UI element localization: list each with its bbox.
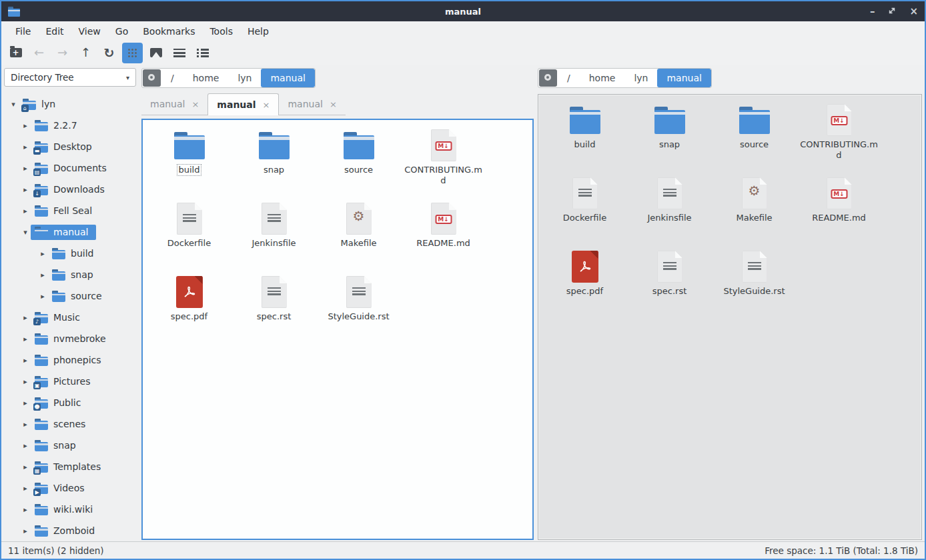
crumb-manual[interactable]: manual: [657, 69, 711, 87]
expander-closed-icon[interactable]: ▸: [20, 143, 31, 151]
file-spec-rst[interactable]: spec.rst: [232, 272, 316, 345]
tree-item-scenes[interactable]: ▸scenes: [3, 413, 137, 435]
file-dockerfile[interactable]: Dockerfile: [542, 173, 627, 247]
expander-closed-icon[interactable]: ▸: [37, 249, 48, 258]
expander-open-icon[interactable]: ▾: [8, 100, 19, 109]
tab-close-icon[interactable]: ×: [191, 99, 199, 109]
tab-close-icon[interactable]: ×: [330, 99, 337, 109]
tree-item-nvmebroke[interactable]: ▸nvmebroke: [3, 328, 137, 349]
file-build[interactable]: build: [542, 100, 627, 173]
crumb-lyn[interactable]: lyn: [624, 69, 657, 87]
tree-item-videos[interactable]: ▸▶Videos: [3, 477, 137, 499]
tree-item-snap[interactable]: ▸snap: [3, 435, 137, 456]
tree-item-templates[interactable]: ▸▦Templates: [3, 456, 137, 477]
tab-manual-3[interactable]: manual×: [279, 93, 345, 115]
left-file-view[interactable]: buildsnapsourceM↓CONTRIBUTING.mdDockerfi…: [141, 119, 534, 540]
minimize-button[interactable]: –: [870, 7, 875, 17]
tab-close-icon[interactable]: ×: [263, 100, 270, 110]
menu-view[interactable]: View: [71, 23, 108, 39]
crumb-manual[interactable]: manual: [261, 69, 314, 87]
file-spec-pdf[interactable]: spec.pdf: [147, 272, 232, 345]
tab-manual-1[interactable]: manual×: [141, 93, 207, 115]
tab-manual-2[interactable]: manual×: [207, 93, 279, 115]
back-button[interactable]: ←: [29, 43, 49, 63]
expander-closed-icon[interactable]: ▸: [20, 335, 31, 343]
file-contributing-md[interactable]: M↓CONTRIBUTING.md: [401, 125, 486, 199]
tree-item-manual[interactable]: ▾manual: [3, 221, 137, 243]
edit-path-button[interactable]: [143, 69, 161, 87]
tree-item-desktop[interactable]: ▸▬Desktop: [3, 136, 137, 157]
expander-closed-icon[interactable]: ▸: [20, 420, 31, 429]
restore-button[interactable]: [888, 7, 896, 17]
menu-help[interactable]: Help: [240, 23, 276, 39]
menu-file[interactable]: File: [8, 23, 38, 39]
menu-go[interactable]: Go: [108, 23, 135, 39]
expander-closed-icon[interactable]: ▸: [20, 441, 31, 450]
icon-view-button[interactable]: [122, 43, 143, 63]
tree-item-build[interactable]: ▸build: [3, 243, 137, 264]
tree-item-public[interactable]: ▸☻Public: [3, 392, 137, 413]
file-makefile[interactable]: ⚙Makefile: [316, 199, 401, 272]
tree-item-downloads[interactable]: ▸↓Downloads: [3, 179, 137, 200]
file-build[interactable]: build: [147, 125, 232, 199]
crumb--[interactable]: /: [161, 69, 183, 87]
tree-item-snap[interactable]: ▸snap: [3, 264, 137, 285]
file-spec-pdf[interactable]: spec.pdf: [542, 247, 627, 320]
detailed-list-button[interactable]: [192, 43, 213, 63]
file-jenkinsfile[interactable]: Jenkinsfile: [232, 199, 316, 272]
expander-closed-icon[interactable]: ▸: [20, 185, 31, 194]
expander-closed-icon[interactable]: ▸: [20, 164, 31, 173]
edit-path-button[interactable]: [539, 69, 557, 87]
reload-button[interactable]: ↻: [99, 43, 119, 63]
file-readme-md[interactable]: M↓README.md: [797, 173, 881, 247]
expander-closed-icon[interactable]: ▸: [20, 484, 31, 493]
file-readme-md[interactable]: M↓README.md: [401, 199, 486, 272]
tree-item-wiki-wiki[interactable]: ▸wiki.wiki: [3, 499, 137, 520]
expander-closed-icon[interactable]: ▸: [20, 527, 31, 535]
tree-item-documents[interactable]: ▸▤Documents: [3, 157, 137, 179]
forward-button[interactable]: →: [52, 43, 73, 63]
file-snap[interactable]: snap: [232, 125, 316, 199]
crumb-lyn[interactable]: lyn: [228, 69, 261, 87]
new-tab-button[interactable]: [5, 43, 26, 63]
expander-closed-icon[interactable]: ▸: [37, 292, 48, 301]
expander-closed-icon[interactable]: ▸: [20, 313, 31, 322]
expander-closed-icon[interactable]: ▸: [20, 356, 31, 365]
file-spec-rst[interactable]: spec.rst: [627, 247, 712, 320]
file-contributing-md[interactable]: M↓CONTRIBUTING.md: [797, 100, 881, 173]
expander-closed-icon[interactable]: ▸: [20, 377, 31, 386]
crumb-home[interactable]: home: [580, 69, 625, 87]
file-source[interactable]: source: [712, 100, 797, 173]
tree-item-phonepics[interactable]: ▸phonepics: [3, 349, 137, 371]
expander-closed-icon[interactable]: ▸: [37, 271, 48, 279]
file-source[interactable]: source: [316, 125, 401, 199]
tree-item-2-2-7[interactable]: ▸2.2.7: [3, 115, 137, 136]
thumbnail-view-button[interactable]: [145, 43, 166, 63]
right-file-view[interactable]: buildsnapsourceM↓CONTRIBUTING.mdDockerfi…: [538, 94, 922, 540]
close-button[interactable]: ×: [909, 7, 918, 17]
file-dockerfile[interactable]: Dockerfile: [147, 199, 232, 272]
tree-item-music[interactable]: ▸♪Music: [3, 307, 137, 328]
tree-item-fell-seal[interactable]: ▸Fell Seal: [3, 200, 137, 221]
menu-bookmarks[interactable]: Bookmarks: [135, 23, 202, 39]
tree-item-pictures[interactable]: ▸▣Pictures: [3, 371, 137, 392]
menu-tools[interactable]: Tools: [202, 23, 240, 39]
expander-closed-icon[interactable]: ▸: [20, 399, 31, 407]
crumb--[interactable]: /: [558, 69, 580, 87]
expander-open-icon[interactable]: ▾: [20, 228, 31, 237]
expander-closed-icon[interactable]: ▸: [20, 121, 31, 130]
up-button[interactable]: ↑: [75, 43, 96, 63]
file-makefile[interactable]: ⚙Makefile: [712, 173, 797, 247]
menu-edit[interactable]: Edit: [38, 23, 71, 39]
expander-closed-icon[interactable]: ▸: [20, 463, 31, 471]
tree-item-source[interactable]: ▸source: [3, 285, 137, 307]
tree-item-lyn[interactable]: ▾⌂lyn: [3, 93, 137, 115]
file-snap[interactable]: snap: [627, 100, 712, 173]
file-styleguide-rst[interactable]: StyleGuide.rst: [316, 272, 401, 345]
expander-closed-icon[interactable]: ▸: [20, 505, 31, 514]
file-jenkinsfile[interactable]: Jenkinsfile: [627, 173, 712, 247]
expander-closed-icon[interactable]: ▸: [20, 207, 31, 215]
file-styleguide-rst[interactable]: StyleGuide.rst: [712, 247, 797, 320]
crumb-home[interactable]: home: [183, 69, 229, 87]
sidebar-mode-select[interactable]: Directory Tree ▾: [4, 68, 136, 87]
